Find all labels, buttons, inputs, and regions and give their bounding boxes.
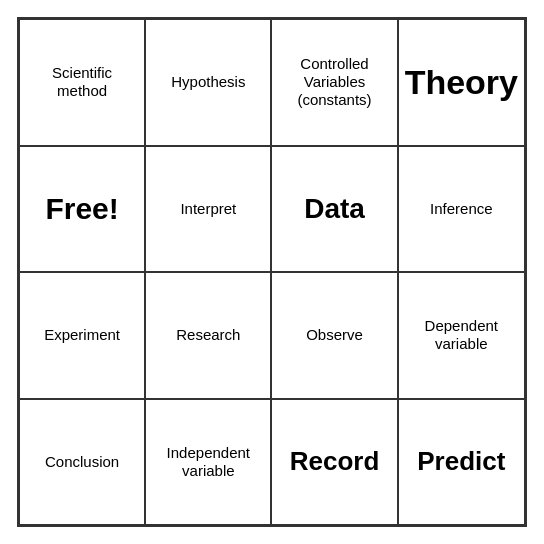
cell-research: Research bbox=[145, 272, 271, 399]
cell-inference: Inference bbox=[398, 146, 525, 273]
cell-dependent-variable: Dependent variable bbox=[398, 272, 525, 399]
cell-observe: Observe bbox=[271, 272, 397, 399]
cell-independent-variable: Independent variable bbox=[145, 399, 271, 526]
cell-predict: Predict bbox=[398, 399, 525, 526]
cell-record: Record bbox=[271, 399, 397, 526]
cell-conclusion: Conclusion bbox=[19, 399, 145, 526]
cell-experiment: Experiment bbox=[19, 272, 145, 399]
cell-theory: Theory bbox=[398, 19, 525, 146]
cell-controlled-variables: Controlled Variables (constants) bbox=[271, 19, 397, 146]
cell-free: Free! bbox=[19, 146, 145, 273]
cell-hypothesis: Hypothesis bbox=[145, 19, 271, 146]
cell-interpret: Interpret bbox=[145, 146, 271, 273]
cell-scientific-method: Scientific method bbox=[19, 19, 145, 146]
cell-data: Data bbox=[271, 146, 397, 273]
bingo-card: Scientific methodHypothesisControlled Va… bbox=[17, 17, 527, 527]
